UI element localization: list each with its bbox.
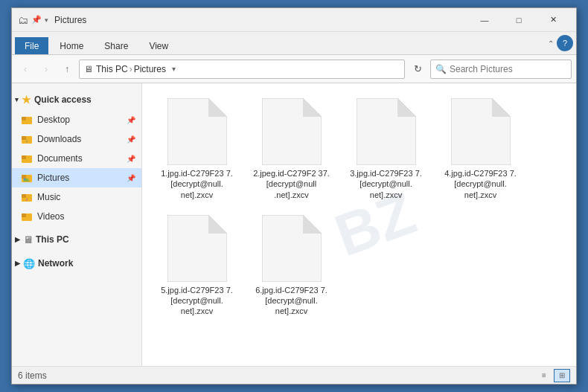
- help-button[interactable]: ?: [557, 35, 573, 51]
- file-icon-1: [167, 98, 227, 165]
- address-bar: ‹ › ↑ 🖥 This PC › Pictures ▾ ↻ 🔍: [12, 55, 576, 83]
- file-name-5: 5.jpg.id-C279F23 7.[decrypt@null. net].z…: [157, 285, 237, 317]
- file-name-1: 1.jpg.id-C279F23 7.[decrypt@null. net].z…: [157, 168, 237, 200]
- refresh-button[interactable]: ↻: [408, 60, 427, 79]
- sidebar: ▾ ★ Quick access Desktop 📌: [12, 83, 142, 366]
- svg-rect-6: [22, 155, 26, 159]
- this-pc-header[interactable]: ▶ 🖥 This PC: [12, 229, 141, 250]
- music-label: Music: [37, 192, 60, 202]
- svg-marker-17: [208, 98, 227, 117]
- desktop-label: Desktop: [37, 115, 70, 125]
- forward-button[interactable]: ›: [37, 60, 55, 78]
- sidebar-item-pictures[interactable]: Pictures 📌: [12, 168, 141, 187]
- maximize-button[interactable]: □: [502, 8, 536, 32]
- downloads-folder-icon: ↓: [21, 133, 33, 145]
- documents-label: Documents: [37, 153, 83, 164]
- file-icon-3: [357, 98, 416, 165]
- search-icon: 🔍: [435, 64, 447, 74]
- item-count: 6 items: [18, 370, 47, 381]
- sidebar-item-desktop[interactable]: Desktop 📌: [12, 110, 141, 129]
- file-item-4[interactable]: 4.jpg.id-C279F23 7.[decrypt@null. net].z…: [438, 95, 523, 203]
- svg-marker-19: [303, 98, 322, 117]
- pin-toolbar-icon: 📌: [31, 15, 42, 25]
- ribbon-expand-icon[interactable]: ⌃: [548, 39, 554, 48]
- path-sep-1: ›: [130, 64, 132, 74]
- file-item-3[interactable]: 3.jpg.id-C279F23 7.[decrypt@null. net].z…: [343, 95, 429, 203]
- svg-rect-8: [22, 175, 26, 179]
- file-icon-4: [451, 98, 511, 165]
- pin-icon: 📌: [127, 116, 135, 124]
- network-header[interactable]: ▶ 🌐 Network: [12, 253, 141, 274]
- file-name-3: 3.jpg.id-C279F23 7.[decrypt@null. net].z…: [346, 168, 426, 200]
- ribbon-tab-bar: File Home Share View ⌃ ?: [12, 32, 576, 54]
- this-pc-icon: 🖥: [23, 234, 33, 245]
- sidebar-item-downloads[interactable]: ↓ Downloads 📌: [12, 129, 141, 149]
- tab-view[interactable]: View: [139, 37, 178, 54]
- window-controls: — □ ✕: [467, 8, 570, 32]
- network-label: Network: [38, 258, 73, 269]
- path-pictures[interactable]: Pictures: [134, 64, 166, 74]
- status-bar: 6 items ≡ ⊞: [12, 366, 576, 384]
- svg-marker-25: [208, 215, 227, 234]
- chevron-right-icon: ▶: [15, 236, 20, 243]
- desktop-folder-icon: [21, 114, 33, 126]
- this-pc-label: This PC: [36, 234, 69, 245]
- svg-marker-27: [303, 215, 322, 234]
- svg-marker-23: [492, 98, 511, 117]
- sidebar-item-videos[interactable]: Videos: [12, 207, 141, 226]
- window-title: Pictures: [54, 15, 467, 25]
- videos-folder-icon: [21, 211, 33, 222]
- pin-icon-docs: 📌: [127, 155, 135, 163]
- file-name-6: 6.jpg.id-C279F23 7.[decrypt@null. net].z…: [252, 285, 331, 317]
- file-icon-5: [167, 215, 227, 282]
- svg-rect-1: [22, 117, 26, 121]
- videos-label: Videos: [37, 211, 64, 222]
- svg-text:↓: ↓: [25, 138, 28, 143]
- back-button[interactable]: ‹: [16, 60, 34, 78]
- sidebar-item-documents[interactable]: Documents 📌: [12, 149, 141, 168]
- path-dropdown-arrow[interactable]: ▾: [166, 60, 181, 79]
- file-item-1[interactable]: 1.jpg.id-C279F23 7.[decrypt@null. net].z…: [154, 95, 240, 203]
- grid-view-button[interactable]: ⊞: [554, 369, 570, 382]
- documents-folder-icon: [21, 152, 33, 164]
- folder-breadcrumb-icon: 🖥: [84, 64, 93, 74]
- quick-access-header[interactable]: ▾ ★ Quick access: [12, 89, 141, 110]
- tab-home[interactable]: Home: [50, 37, 93, 54]
- minimize-button[interactable]: —: [467, 8, 502, 32]
- dropdown-arrow[interactable]: ▾: [45, 16, 48, 24]
- file-name-2: 2.jpeg.id-C279F2 37.[decrypt@null .net].…: [252, 168, 331, 200]
- svg-text:♪: ♪: [25, 196, 28, 202]
- downloads-label: Downloads: [37, 134, 81, 144]
- pin-icon-dl: 📌: [127, 135, 135, 144]
- search-box[interactable]: 🔍: [430, 60, 572, 79]
- star-icon: ★: [22, 94, 31, 106]
- file-item-5[interactable]: 5.jpg.id-C279F23 7.[decrypt@null. net].z…: [154, 212, 240, 320]
- up-button[interactable]: ↑: [58, 60, 76, 78]
- close-button[interactable]: ✕: [536, 8, 570, 32]
- music-folder-icon: ♪: [21, 191, 33, 203]
- file-item-6[interactable]: 6.jpg.id-C279F23 7.[decrypt@null. net].z…: [249, 212, 334, 320]
- file-area: BZ 1.jpg.id-C279F23 7.[decrypt@null. net…: [142, 83, 576, 366]
- list-view-button[interactable]: ≡: [536, 369, 552, 382]
- chevron-down-icon: ▾: [15, 96, 19, 103]
- path-this-pc[interactable]: This PC: [96, 64, 128, 74]
- sidebar-item-music[interactable]: ♪ Music: [12, 187, 141, 207]
- title-bar: 🗂 📌 ▾ Pictures — □ ✕: [12, 8, 576, 32]
- folder-icon-small: 🗂: [18, 14, 28, 26]
- file-item-2[interactable]: 2.jpeg.id-C279F2 37.[decrypt@null .net].…: [249, 95, 334, 203]
- tab-file[interactable]: File: [15, 37, 48, 54]
- pictures-label: Pictures: [37, 173, 69, 183]
- search-input[interactable]: [450, 64, 566, 74]
- file-name-4: 4.jpg.id-C279F23 7.[decrypt@null. net].z…: [441, 168, 520, 200]
- file-icon-2: [262, 98, 322, 165]
- svg-rect-15: [22, 213, 26, 217]
- file-grid: 1.jpg.id-C279F23 7.[decrypt@null. net].z…: [148, 89, 570, 326]
- chevron-right-icon-net: ▶: [15, 260, 20, 267]
- svg-marker-21: [397, 98, 416, 117]
- quick-access-toolbar: 🗂 📌 ▾: [18, 14, 48, 26]
- main-content: ▾ ★ Quick access Desktop 📌: [12, 83, 576, 366]
- tab-share[interactable]: Share: [95, 37, 138, 54]
- ribbon: File Home Share View ⌃ ?: [12, 32, 576, 55]
- view-toggle: ≡ ⊞: [536, 369, 570, 382]
- address-path[interactable]: 🖥 This PC › Pictures ▾: [79, 60, 405, 79]
